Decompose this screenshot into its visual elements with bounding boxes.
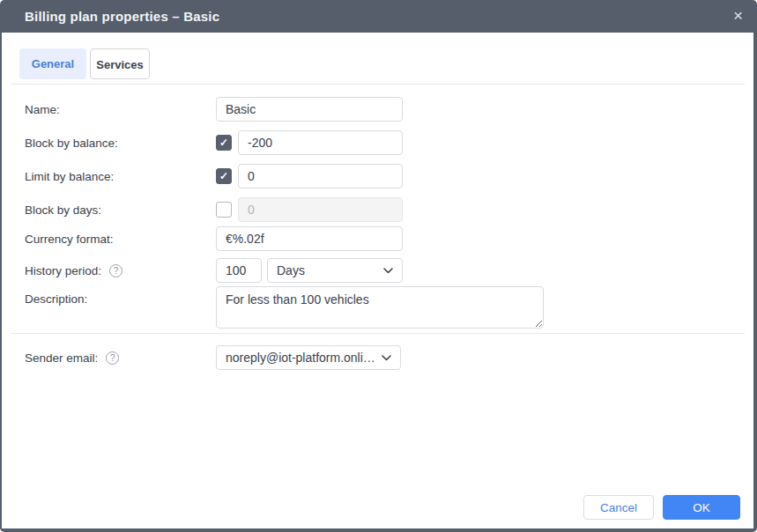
help-icon[interactable]: ? <box>109 264 122 277</box>
currency-format-label: Currency format: <box>25 226 114 251</box>
history-period-label-text: History period: <box>25 264 101 277</box>
limit-by-balance-checkbox[interactable]: ✓ <box>216 168 232 184</box>
name-input[interactable] <box>216 97 403 122</box>
sender-email-label: Sender email: ? <box>25 345 119 370</box>
block-by-days-checkbox[interactable]: ✓ <box>216 202 232 218</box>
history-period-input[interactable] <box>216 258 262 283</box>
cancel-button[interactable]: Cancel <box>583 495 654 520</box>
check-icon: ✓ <box>217 136 231 150</box>
history-period-unit-value: Days <box>277 263 305 277</box>
tab-services[interactable]: Services <box>90 48 150 79</box>
tabs-divider <box>11 84 745 85</box>
help-icon[interactable]: ? <box>106 351 119 365</box>
dialog-titlebar: Billing plan properties – Basic × <box>0 0 757 33</box>
name-label: Name: <box>25 97 60 122</box>
limit-by-balance-input[interactable] <box>238 164 403 188</box>
history-period-unit-select[interactable]: Days <box>267 258 403 283</box>
dialog-title: Billing plan properties – Basic <box>25 0 219 33</box>
close-icon[interactable]: × <box>733 0 743 32</box>
history-period-label: History period: ? <box>25 258 122 283</box>
block-by-days-input <box>238 197 403 222</box>
ok-button[interactable]: OK <box>663 495 740 520</box>
block-by-balance-checkbox[interactable]: ✓ <box>216 135 232 151</box>
chevron-down-icon <box>383 268 393 274</box>
check-icon: ✓ <box>217 169 231 183</box>
billing-plan-dialog: Billing plan properties – Basic × Genera… <box>0 0 757 532</box>
description-label: Description: <box>25 286 87 311</box>
block-by-balance-label: Block by balance: <box>25 130 118 155</box>
block-by-days-label: Block by days: <box>25 197 101 222</box>
description-textarea[interactable]: For less than 100 vehicles <box>216 286 544 329</box>
block-by-balance-input[interactable] <box>238 130 403 155</box>
limit-by-balance-label: Limit by balance: <box>25 164 114 188</box>
sender-email-select[interactable]: noreply@iot-platform.onli… <box>216 345 401 370</box>
chevron-down-icon <box>382 355 391 361</box>
tab-general[interactable]: General <box>19 48 86 79</box>
currency-format-input[interactable] <box>216 226 403 251</box>
sender-email-label-text: Sender email: <box>25 351 98 365</box>
section-divider <box>11 333 745 334</box>
sender-email-value: noreply@iot-platform.onli… <box>226 351 375 365</box>
